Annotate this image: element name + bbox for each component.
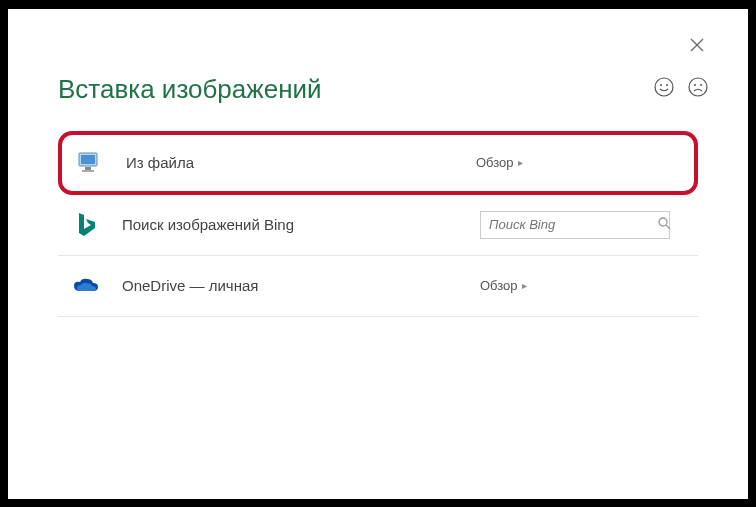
svg-point-2	[655, 78, 673, 96]
svg-rect-9	[81, 155, 95, 164]
onedrive-icon	[72, 272, 100, 300]
feedback-sad-button[interactable]	[688, 77, 708, 97]
option-bing-search[interactable]: Поиск изображений Bing	[58, 195, 698, 256]
chevron-right-icon: ▸	[522, 280, 527, 291]
close-icon	[690, 38, 704, 52]
computer-icon	[76, 149, 104, 177]
svg-point-5	[689, 78, 707, 96]
svg-point-7	[700, 84, 702, 86]
svg-point-3	[660, 84, 662, 86]
bing-icon	[72, 211, 100, 239]
options-list: Из файла Обзор ▸ Поиск изображений Bing	[58, 131, 698, 317]
svg-line-13	[666, 225, 670, 229]
bing-search-input[interactable]	[489, 217, 658, 232]
option-onedrive[interactable]: OneDrive — личная Обзор ▸	[58, 256, 698, 317]
feedback-happy-button[interactable]	[654, 77, 674, 97]
smile-icon	[654, 77, 674, 97]
close-button[interactable]	[690, 37, 704, 55]
feedback-buttons	[654, 77, 708, 97]
frown-icon	[688, 77, 708, 97]
bing-search-box[interactable]	[480, 211, 670, 239]
option-label: OneDrive — личная	[122, 277, 480, 294]
svg-rect-11	[82, 170, 94, 172]
svg-point-4	[666, 84, 668, 86]
search-icon	[658, 217, 671, 233]
svg-point-6	[694, 84, 696, 86]
browse-button[interactable]: Обзор ▸	[476, 155, 523, 170]
dialog-title: Вставка изображений	[58, 74, 698, 105]
chevron-right-icon: ▸	[518, 157, 523, 168]
option-label: Из файла	[126, 154, 476, 171]
insert-images-dialog: Вставка изображений Из файла Обзор ▸ Пои…	[8, 9, 748, 499]
browse-button[interactable]: Обзор ▸	[480, 278, 527, 293]
svg-rect-10	[85, 167, 91, 170]
option-label: Поиск изображений Bing	[122, 216, 480, 233]
svg-point-12	[659, 218, 667, 226]
option-from-file[interactable]: Из файла Обзор ▸	[58, 131, 698, 195]
